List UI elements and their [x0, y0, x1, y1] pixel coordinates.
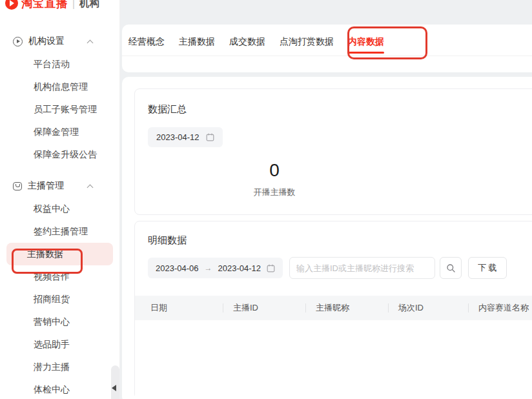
sidebar-item-rights-center[interactable]: 权益中心 [6, 198, 113, 220]
col-header-content-track-name: 内容赛道名称 [478, 302, 532, 314]
brand-logo[interactable]: 淘宝直播 | 机构 [5, 0, 100, 11]
detail-date-range-picker[interactable]: 2023-04-06 → 2023-04-12 [148, 258, 283, 278]
summary-title: 数据汇总 [148, 103, 532, 116]
download-button[interactable]: 下 载 [468, 257, 507, 279]
sidebar-item-marketing-center[interactable]: 营销中心 [6, 311, 113, 333]
brand-suffix: 机构 [79, 0, 100, 10]
sidebar-item-potential-anchor[interactable]: 潜力主播 [6, 356, 113, 378]
sidebar-group-org-settings[interactable]: 机构设置 [0, 30, 119, 53]
col-header-anchor-nickname: 主播昵称 [316, 302, 398, 314]
tab-diantao-reward-data[interactable]: 点淘打赏数据 [280, 28, 334, 56]
tab-anchor-data[interactable]: 主播数据 [179, 28, 215, 56]
collapse-left-icon[interactable] [110, 384, 118, 393]
summary-card: 数据汇总 2023-04-12 0 开播主播数 [134, 88, 532, 215]
search-input[interactable] [289, 257, 435, 279]
sidebar-item-deposit-upgrade-notice[interactable]: 保障金升级公告 [6, 143, 113, 166]
detail-card: 明细数据 2023-04-06 → 2023-04-12 [134, 221, 532, 399]
calendar-icon [206, 133, 214, 141]
stat-broadcast-anchors: 0 开播主播数 [210, 160, 339, 198]
sidebar: 淘宝直播 | 机构 机构设置 平台活动 机构信息管理 员工子账号管理 保障金管理… [0, 0, 120, 399]
col-header-anchor-id: 主播ID [233, 302, 316, 314]
main-area: 经营概念 主播数据 成交数据 点淘打赏数据 内容数据 数据汇总 2023-04-… [122, 0, 532, 399]
sidebar-scrollbar-thumb[interactable] [111, 365, 119, 399]
brand-name: 淘宝直播 [21, 0, 68, 11]
play-circle-icon [13, 37, 23, 46]
sidebar-item-merchant-goods[interactable]: 招商组货 [6, 288, 113, 311]
tab-bar-card: 经营概念 主播数据 成交数据 点淘打赏数据 内容数据 [122, 25, 532, 72]
sidebar-nav: 机构设置 平台活动 机构信息管理 员工子账号管理 保障金管理 保障金升级公告 主… [0, 30, 119, 399]
summary-date-picker[interactable]: 2023-04-12 [148, 127, 223, 147]
brand-logo-icon [5, 0, 18, 10]
sidebar-group-label: 主播管理 [28, 180, 64, 192]
sidebar-item-health-center[interactable]: 体检中心 [6, 378, 113, 399]
table-body-empty [135, 320, 532, 399]
tab-bar: 经营概念 主播数据 成交数据 点淘打赏数据 内容数据 [122, 25, 532, 56]
tab-content-data[interactable]: 内容数据 [348, 28, 384, 56]
table-header-row: 日期 主播ID 主播昵称 场次ID 内容赛道名称 [135, 296, 532, 320]
tab-transaction-data[interactable]: 成交数据 [229, 28, 265, 56]
range-start-date: 2023-04-06 [156, 263, 199, 273]
detail-controls: 2023-04-06 → 2023-04-12 [135, 257, 532, 279]
sidebar-item-signed-anchor[interactable]: 签约主播管理 [6, 220, 113, 243]
range-end-date: 2023-04-12 [218, 263, 261, 273]
sidebar-item-product-picker[interactable]: 选品助手 [6, 333, 113, 356]
calendar-icon [267, 264, 275, 272]
sidebar-group-anchor-management[interactable]: 主播管理 [0, 174, 119, 198]
tab-business-overview[interactable]: 经营概念 [128, 28, 165, 56]
search-icon [446, 263, 456, 273]
col-header-date: 日期 [150, 302, 233, 314]
stat-value: 0 [210, 160, 339, 181]
bag-icon [13, 182, 22, 190]
col-header-session-id: 场次ID [398, 302, 478, 314]
sidebar-item-org-info[interactable]: 机构信息管理 [6, 76, 113, 98]
chevron-up-icon[interactable] [87, 39, 94, 46]
content-panel: 数据汇总 2023-04-12 0 开播主播数 明细数据 [122, 77, 532, 399]
search-button[interactable] [440, 257, 462, 279]
sidebar-item-deposit[interactable]: 保障金管理 [6, 121, 113, 143]
summary-date-value: 2023-04-12 [156, 132, 200, 142]
sidebar-item-staff-subaccount[interactable]: 员工子账号管理 [6, 98, 113, 121]
sidebar-item-video-coop[interactable]: 视频合作 [6, 265, 113, 288]
sidebar-group-label: 机构设置 [28, 36, 65, 47]
sidebar-item-platform-activity[interactable]: 平台活动 [6, 53, 113, 76]
range-arrow: → [205, 263, 212, 272]
brand-separator: | [72, 0, 75, 9]
app-window: 淘宝直播 | 机构 机构设置 平台活动 机构信息管理 员工子账号管理 保障金管理… [0, 0, 532, 399]
sidebar-item-anchor-data[interactable]: 主播数据 [6, 243, 113, 265]
stat-label: 开播主播数 [210, 187, 339, 198]
detail-title: 明细数据 [135, 234, 532, 247]
chevron-up-icon[interactable] [87, 184, 94, 190]
